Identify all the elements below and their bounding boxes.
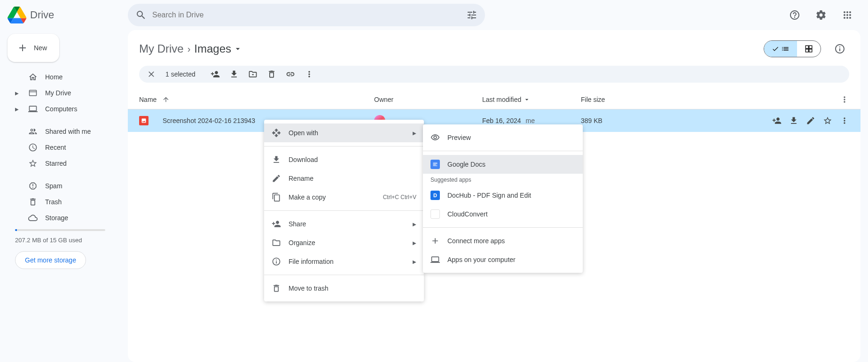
plus-icon [17, 42, 28, 54]
sidebar-item-computers[interactable]: ▶ Computers [8, 101, 113, 116]
settings-button[interactable] [812, 6, 830, 24]
get-storage-button[interactable]: Get more storage [15, 251, 86, 269]
sidebar-item-shared[interactable]: Shared with me [8, 124, 113, 139]
column-size[interactable]: File size [581, 96, 675, 103]
modified-cell: Feb 16, 2024 me [482, 117, 581, 124]
link-action-button[interactable] [286, 69, 295, 79]
ctx-download[interactable]: Download [264, 150, 424, 169]
storage-text: 207.2 MB of 15 GB used [8, 235, 113, 246]
home-icon [28, 72, 38, 82]
rename-row-button[interactable] [806, 116, 815, 125]
more-action-button[interactable] [305, 69, 314, 79]
docs-icon [430, 160, 440, 169]
move-action-button[interactable] [248, 69, 258, 79]
sort-up-icon [162, 96, 170, 103]
chevron-right-icon: ▶ [413, 259, 416, 264]
chevron-right-icon: › [188, 44, 191, 54]
edit-icon [272, 174, 281, 183]
sidebar-item-starred[interactable]: Starred [8, 156, 113, 171]
laptop-icon [430, 255, 440, 264]
eye-icon [430, 133, 440, 142]
submenu-cloudconvert[interactable]: ☁ CloudConvert [423, 205, 583, 223]
suggested-apps-header: Suggested apps [423, 174, 583, 186]
breadcrumb-current[interactable]: Images [194, 42, 242, 55]
header: Drive [0, 0, 868, 30]
dochub-icon: D [430, 191, 440, 200]
submenu-connect-apps[interactable]: Connect more apps [423, 231, 583, 250]
storage-progress [15, 229, 105, 231]
search-input[interactable] [152, 11, 466, 19]
sidebar-item-recent[interactable]: Recent [8, 140, 113, 155]
column-owner[interactable]: Owner [374, 96, 482, 103]
drive-logo-icon [8, 6, 26, 24]
submenu-computer-apps[interactable]: Apps on your computer [423, 250, 583, 269]
ctx-file-info[interactable]: File information ▶ [264, 252, 424, 271]
share-action-button[interactable] [211, 69, 220, 79]
submenu-preview[interactable]: Preview [423, 128, 583, 147]
list-icon [781, 45, 790, 53]
dropdown-icon [233, 44, 242, 54]
trash-icon [272, 284, 281, 293]
submenu-dochub[interactable]: D DocHub - PDF Sign and Edit [423, 186, 583, 205]
grid-view-button[interactable] [797, 41, 821, 57]
trash-icon [28, 197, 38, 207]
clock-icon [28, 143, 38, 152]
apps-button[interactable] [838, 6, 857, 24]
spam-icon [28, 181, 38, 191]
download-icon [272, 155, 281, 164]
chevron-right-icon: ▶ [15, 91, 21, 96]
delete-action-button[interactable] [267, 69, 276, 79]
ctx-open-with[interactable]: Open with ▶ [264, 123, 424, 142]
star-row-button[interactable] [823, 116, 832, 125]
view-toggle [764, 40, 821, 57]
more-icon[interactable] [840, 95, 849, 104]
column-name[interactable]: Name [139, 96, 374, 103]
list-view-button[interactable] [764, 41, 797, 57]
info-button[interactable] [830, 39, 849, 58]
close-selection-button[interactable] [147, 69, 156, 79]
download-row-button[interactable] [789, 116, 798, 125]
selection-bar: 1 selected [139, 66, 849, 83]
sidebar: New Home ▶ My Drive ▶ Computers Shared w… [0, 30, 120, 278]
new-button-label: New [34, 44, 47, 52]
search-bar[interactable] [128, 4, 485, 26]
ctx-make-copy[interactable]: Make a copy Ctrl+C Ctrl+V [264, 188, 424, 207]
size-cell: 389 KB [581, 117, 675, 124]
copy-icon [272, 193, 281, 202]
cloud-icon [28, 213, 38, 223]
header-icons [785, 6, 860, 24]
help-button[interactable] [785, 6, 804, 24]
computer-icon [28, 104, 38, 114]
share-icon [272, 219, 281, 229]
download-action-button[interactable] [229, 69, 239, 79]
ctx-rename[interactable]: Rename [264, 169, 424, 188]
context-menu: Open with ▶ Download Rename Make a copy … [264, 120, 424, 301]
sidebar-item-spam[interactable]: Spam [8, 178, 113, 193]
cloudconvert-icon: ☁ [430, 209, 440, 219]
app-title: Drive [30, 9, 54, 21]
column-actions [675, 95, 849, 104]
sidebar-item-storage[interactable]: Storage [8, 210, 113, 225]
star-icon [28, 159, 38, 168]
chevron-right-icon: ▶ [413, 240, 416, 246]
column-modified[interactable]: Last modified [482, 96, 581, 103]
info-icon [272, 257, 281, 266]
ctx-trash[interactable]: Move to trash [264, 279, 424, 298]
breadcrumb-root[interactable]: My Drive [139, 42, 184, 55]
open-with-icon [272, 128, 281, 138]
ctx-share[interactable]: Share ▶ [264, 215, 424, 233]
ctx-organize[interactable]: Organize ▶ [264, 233, 424, 252]
logo-section[interactable]: Drive [8, 6, 128, 24]
sidebar-item-mydrive[interactable]: ▶ My Drive [8, 85, 113, 100]
submenu-google-docs[interactable]: Google Docs [423, 155, 583, 174]
new-button[interactable]: New [8, 34, 59, 62]
selection-actions [211, 69, 314, 79]
chevron-right-icon: ▶ [413, 131, 416, 136]
sidebar-item-trash[interactable]: Trash [8, 194, 113, 209]
sidebar-item-home[interactable]: Home [8, 69, 113, 85]
selection-count: 1 selected [165, 70, 195, 78]
more-row-button[interactable] [840, 116, 849, 125]
search-options-icon[interactable] [466, 9, 477, 21]
search-section [128, 4, 785, 26]
share-row-button[interactable] [772, 116, 782, 125]
